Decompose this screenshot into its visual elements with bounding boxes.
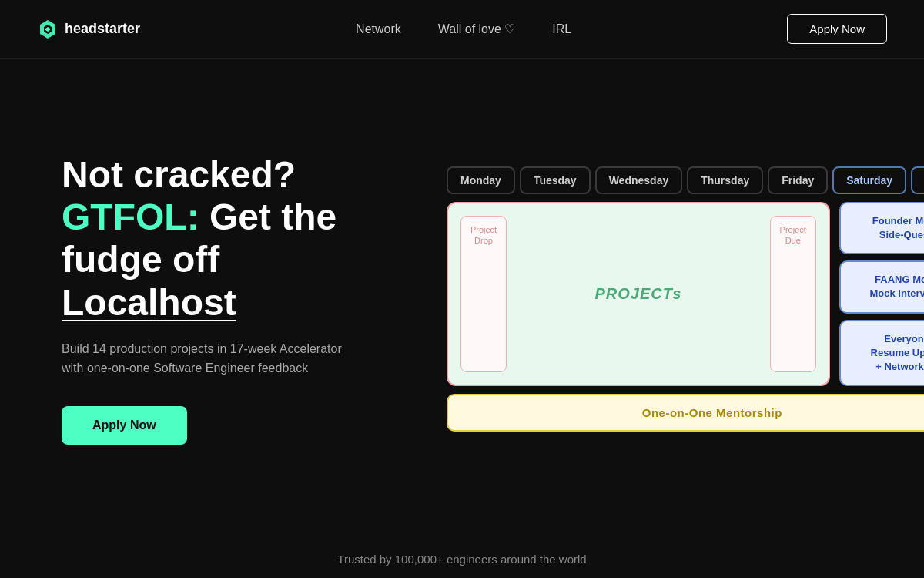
nav-link-network[interactable]: Network [356,22,401,36]
projects-label: PROJECTs [594,285,681,303]
mentorship-bar: One-on-One Mentorship [447,394,924,432]
side-card-founder[interactable]: Founder Mode:Side-Quests [839,202,924,254]
hero-title-line2: Get the [199,197,337,237]
tab-wednesday[interactable]: Wednesday [595,166,683,194]
hero-title-accent: GTFOL: [62,197,199,237]
logo-text: headstarter [65,21,140,37]
tab-sunday[interactable]: Sunday [911,166,924,194]
logo-icon [37,18,59,40]
apply-now-button-nav[interactable]: Apply Now [787,14,887,44]
hero-left: Not cracked? GTFOL: Get the fudge off Lo… [62,153,400,445]
navbar: headstarter Network Wall of love ♡ IRL A… [0,0,924,59]
project-drop-label: ProjectDrop [470,224,497,247]
main-content: Not cracked? GTFOL: Get the fudge off Lo… [0,59,924,539]
projects-panel: ProjectDrop PROJECTs ProjectDue [447,202,830,386]
hero-description: Build 14 production projects in 17-week … [62,339,354,378]
apply-now-button-hero[interactable]: Apply Now [62,406,187,445]
schedule-container: Monday Tuesday Wednesday Thursday Friday… [447,166,924,432]
project-drop-col: ProjectDrop [460,216,507,372]
hero-title-line3: fudge off Localhost [62,239,236,322]
logo[interactable]: headstarter [37,18,140,40]
tab-thursday[interactable]: Thursday [687,166,763,194]
footer-trusted-text: Trusted by 100,000+ engineers around the… [0,539,924,578]
project-due-col: ProjectDue [770,216,816,372]
nav-links: Network Wall of love ♡ IRL [356,22,571,36]
tab-friday[interactable]: Friday [768,166,828,194]
hero-title: Not cracked? GTFOL: Get the fudge off Lo… [62,153,400,324]
tab-tuesday[interactable]: Tuesday [520,166,591,194]
nav-link-irl[interactable]: IRL [552,22,571,36]
side-panels: Founder Mode:Side-Quests FAANG Mode:Mock… [839,202,924,386]
tab-saturday[interactable]: Saturday [832,166,906,194]
tab-monday[interactable]: Monday [447,166,515,194]
side-card-everyone[interactable]: Everyone:Resume Update+ Network 1:1 [839,320,924,387]
hero-right: Monday Tuesday Wednesday Thursday Friday… [447,166,924,432]
schedule-grid: ProjectDrop PROJECTs ProjectDue Founder … [447,202,924,386]
side-card-faang[interactable]: FAANG Mode:Mock Interviews [839,260,924,313]
weekday-tabs: Monday Tuesday Wednesday Thursday Friday… [447,166,924,194]
hero-title-line1: Not cracked? [62,154,296,195]
nav-link-wall-of-love[interactable]: Wall of love ♡ [438,22,516,36]
project-due-label: ProjectDue [780,224,806,247]
